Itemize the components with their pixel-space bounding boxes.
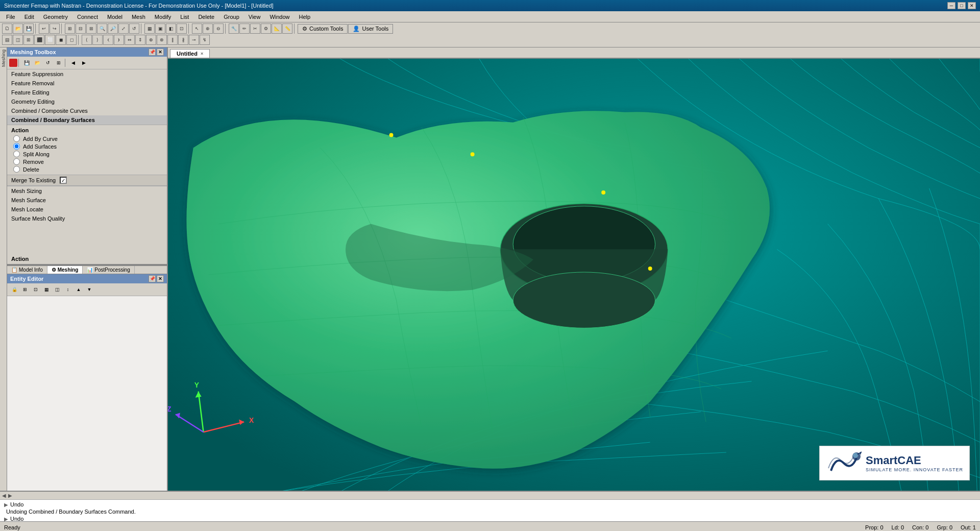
menu-view[interactable]: View	[244, 13, 265, 21]
r2-btn-5[interactable]: ⬜	[45, 35, 55, 45]
r2-g2-btn-2[interactable]: ⟩	[92, 35, 103, 45]
ee-btn-1[interactable]: ⊞	[20, 284, 30, 295]
menu-connect[interactable]: Connect	[73, 13, 102, 21]
view-btn-4[interactable]: 🔍	[97, 23, 107, 34]
viewport-canvas[interactable]: X Y Z	[168, 59, 980, 491]
r2-g2-btn-5[interactable]: ⇔	[125, 35, 135, 45]
open-button[interactable]: 📂	[13, 23, 23, 34]
title-bar-controls[interactable]: ─ □ ✕	[947, 2, 976, 9]
r2-g2-btn-9[interactable]: ∥	[167, 35, 178, 45]
merge-checkbox[interactable]: ✓	[60, 177, 67, 184]
r2-g2-btn-7[interactable]: ⊕	[146, 35, 156, 45]
menu-help[interactable]: Help	[295, 13, 315, 21]
tool-btn-3[interactable]: ✂	[250, 23, 260, 34]
r2-btn-4[interactable]: ⬛	[34, 35, 44, 45]
menu-group[interactable]: Group	[219, 13, 243, 21]
r2-btn-1[interactable]: ▤	[2, 35, 12, 45]
entity-pin-button[interactable]: 📌	[149, 275, 156, 282]
r2-btn-2[interactable]: ◫	[13, 35, 23, 45]
menu-model[interactable]: Model	[103, 13, 127, 21]
r2-btn-7[interactable]: ◻	[66, 35, 77, 45]
tab-meshing[interactable]: ⚙ Meshing	[47, 266, 83, 274]
ttb-btn-2[interactable]: 📂	[32, 58, 42, 68]
r2-g2-btn-10[interactable]: ∦	[178, 35, 188, 45]
save-button[interactable]: 💾	[23, 23, 34, 34]
toolbox-item-mesh-surface[interactable]: Mesh Surface	[7, 196, 167, 205]
menu-modify[interactable]: Modify	[151, 13, 175, 21]
tab-model-info[interactable]: 📋 Model Info	[7, 266, 47, 274]
select-btn-3[interactable]: ⊖	[213, 23, 224, 34]
toolbox-item-mesh-locate[interactable]: Mesh Locate	[7, 205, 167, 214]
tool-btn-6[interactable]: 📏	[282, 23, 292, 34]
view-btn-6[interactable]: ⤢	[118, 23, 129, 34]
undo-button[interactable]: ↩	[39, 23, 49, 34]
redo-button[interactable]: ↪	[50, 23, 60, 34]
r2-g2-btn-12[interactable]: ↯	[200, 35, 210, 45]
tool-btn-4[interactable]: ⚙	[261, 23, 271, 34]
toolbox-item-feature-suppression[interactable]: Feature Suppression	[7, 69, 167, 79]
select-btn-1[interactable]: ↖	[192, 23, 202, 34]
toolbox-item-mesh-sizing[interactable]: Mesh Sizing	[7, 186, 167, 196]
radio-add-surfaces[interactable]: Add Surfaces	[13, 143, 163, 150]
menu-list[interactable]: List	[176, 13, 193, 21]
entity-editor-controls[interactable]: 📌 ✕	[149, 275, 164, 282]
viewport[interactable]: Untitled ×	[168, 47, 980, 491]
ee-sort-btn[interactable]: ↕	[63, 284, 73, 295]
tool-btn-5[interactable]: 📐	[272, 23, 282, 34]
ttb-btn-6[interactable]: ▶	[79, 58, 89, 68]
toolbox-pin-button[interactable]: 📌	[149, 49, 156, 56]
ee-down-btn[interactable]: ▼	[84, 284, 94, 295]
ttb-red-btn[interactable]	[9, 59, 17, 67]
menu-edit[interactable]: Edit	[20, 13, 38, 21]
view-btn-2[interactable]: ⊟	[76, 23, 86, 34]
toolbox-close-button[interactable]: ✕	[157, 49, 164, 56]
menu-mesh[interactable]: Mesh	[128, 13, 150, 21]
ee-btn-3[interactable]: ▦	[41, 284, 52, 295]
view-btn-1[interactable]: ⊞	[65, 23, 75, 34]
menu-geometry[interactable]: Geometry	[39, 13, 72, 21]
view-btn-7[interactable]: ↺	[129, 23, 139, 34]
r2-g2-btn-4[interactable]: ⟭	[114, 35, 124, 45]
scroll-right[interactable]: ▶	[8, 493, 12, 498]
viewport-tab-close[interactable]: ×	[201, 51, 203, 56]
view-btn-5[interactable]: 🔎	[108, 23, 118, 34]
new-button[interactable]: 🗋	[2, 23, 12, 34]
tool-btn-1[interactable]: 🔧	[229, 23, 239, 34]
header-controls[interactable]: 📌 ✕	[149, 49, 164, 56]
select-btn-2[interactable]: ⊕	[203, 23, 213, 34]
r2-btn-3[interactable]: ⊞	[23, 35, 34, 45]
close-button[interactable]: ✕	[968, 2, 976, 9]
user-tools-button[interactable]: 👤 User Tools	[348, 24, 393, 34]
r2-g2-btn-1[interactable]: ⟨	[82, 35, 92, 45]
restore-button[interactable]: □	[958, 2, 966, 9]
toolbox-item-feature-editing[interactable]: Feature Editing	[7, 88, 167, 97]
r2-g2-btn-6[interactable]: ⇕	[135, 35, 145, 45]
r2-g2-btn-11[interactable]: ⊸	[189, 35, 199, 45]
custom-tools-button[interactable]: ⚙ Custom Tools	[298, 24, 348, 34]
scroll-left[interactable]: ◀	[2, 493, 6, 498]
menu-file[interactable]: File	[2, 13, 19, 21]
mesh-btn-2[interactable]: ▣	[155, 23, 165, 34]
toolbox-item-composite-curves[interactable]: Combined / Composite Curves	[7, 106, 167, 115]
mesh-btn-3[interactable]: ◧	[166, 23, 176, 34]
radio-remove[interactable]: Remove	[13, 158, 163, 165]
ee-lock-btn[interactable]: 🔒	[9, 284, 19, 295]
viewport-tab-untitled[interactable]: Untitled ×	[170, 49, 210, 58]
r2-g2-btn-8[interactable]: ⊗	[157, 35, 167, 45]
minimize-button[interactable]: ─	[947, 2, 955, 9]
toolbox-item-feature-removal[interactable]: Feature Removal	[7, 79, 167, 88]
ttb-btn-5[interactable]: ◀	[68, 58, 78, 68]
menu-delete[interactable]: Delete	[194, 13, 218, 21]
ee-btn-2[interactable]: ⊡	[31, 284, 41, 295]
toolbox-item-surface-mesh-quality[interactable]: Surface Mesh Quality	[7, 214, 167, 223]
toolbox-section-boundary-surfaces[interactable]: Combined / Boundary Surfaces	[7, 115, 167, 125]
r2-g2-btn-3[interactable]: ⟬	[103, 35, 113, 45]
view-btn-3[interactable]: ⊞	[86, 23, 96, 34]
mesh-btn-1[interactable]: ▦	[144, 23, 155, 34]
radio-add-by-curve[interactable]: Add By Curve	[13, 135, 163, 142]
ttb-btn-4[interactable]: ⊞	[54, 58, 64, 68]
ttb-btn-1[interactable]: 💾	[21, 58, 32, 68]
toolbox-item-geometry-editing[interactable]: Geometry Editing	[7, 97, 167, 106]
mesh-btn-4[interactable]: ⊡	[177, 23, 187, 34]
ee-up-btn[interactable]: ▲	[74, 284, 84, 295]
